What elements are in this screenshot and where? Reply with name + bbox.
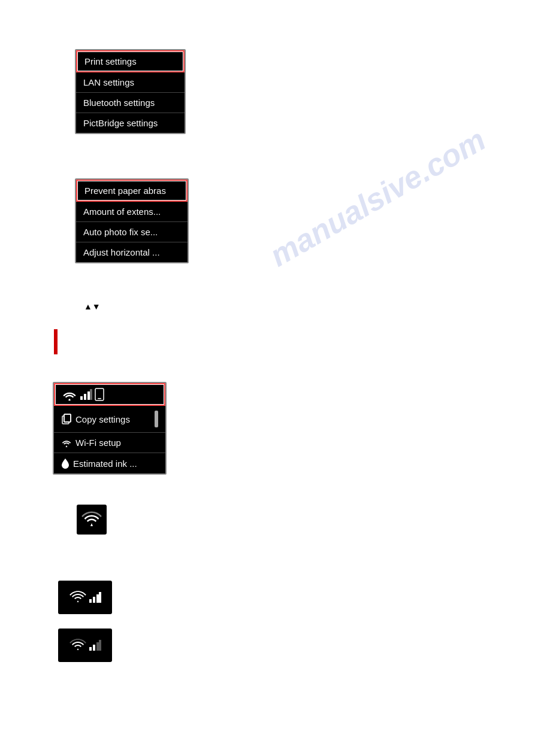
svg-rect-6 xyxy=(98,398,101,399)
signal-bars-icon xyxy=(80,389,92,400)
menu-item-lan-settings[interactable]: LAN settings xyxy=(76,72,185,93)
estimated-ink-label: Estimated ink ... xyxy=(73,459,137,469)
menu-item-copy-settings[interactable]: Copy settings xyxy=(54,406,165,433)
wifi-icon-standalone xyxy=(81,511,102,528)
wifi-icon-1 xyxy=(69,591,86,604)
menu-item-label: PictBridge settings xyxy=(83,118,158,128)
ink-drop-icon xyxy=(61,458,69,469)
svg-rect-8 xyxy=(64,414,71,422)
svg-rect-17 xyxy=(99,640,101,651)
menu-item-print-settings[interactable]: Print settings xyxy=(76,50,185,72)
menu-item-label: Adjust horizontal ... xyxy=(83,247,160,257)
wifi-icon xyxy=(61,388,78,401)
copy-settings-label: Copy settings xyxy=(75,414,130,424)
svg-point-0 xyxy=(69,399,71,401)
menu-item-pictbridge-settings[interactable]: PictBridge settings xyxy=(76,113,185,133)
svg-rect-1 xyxy=(80,396,83,400)
svg-rect-12 xyxy=(96,594,99,603)
copy-icon xyxy=(61,414,72,424)
menu-item-amount-extens[interactable]: Amount of extens... xyxy=(76,202,188,222)
menu-item-label: Auto photo fix se... xyxy=(83,227,158,237)
home-screen-menu: Copy settings Wi-Fi setup Estimated ink … xyxy=(53,382,167,475)
svg-rect-11 xyxy=(93,597,95,603)
menu-item-wifi-setup[interactable]: Wi-Fi setup xyxy=(54,433,165,453)
scroll-bar xyxy=(155,411,158,427)
wifi-icon-2 xyxy=(69,639,86,652)
menu-item-label: Bluetooth settings xyxy=(83,98,155,108)
signal-bars-2 xyxy=(89,640,101,651)
svg-rect-15 xyxy=(93,645,95,651)
signal-low-icon xyxy=(58,629,112,662)
menu-item-prevent-paper[interactable]: Prevent paper abras xyxy=(76,180,188,202)
signal-bars-1 xyxy=(89,592,101,603)
menu-item-label: Prevent paper abras xyxy=(84,186,166,196)
svg-rect-2 xyxy=(84,394,86,400)
menu-item-label: Amount of extens... xyxy=(83,207,161,217)
menu-item-label: Print settings xyxy=(84,56,137,66)
menu-item-adjust-horizontal[interactable]: Adjust horizontal ... xyxy=(76,242,188,262)
wifi-small-icon xyxy=(61,438,72,448)
svg-rect-16 xyxy=(96,642,99,651)
menu-item-bluetooth-settings[interactable]: Bluetooth settings xyxy=(76,93,185,113)
svg-rect-13 xyxy=(99,592,101,603)
section-marker xyxy=(54,329,58,354)
menu-item-label: LAN settings xyxy=(83,77,134,87)
print-settings-menu: Print settings LAN settings Bluetooth se… xyxy=(75,49,186,134)
device-icon xyxy=(95,388,104,401)
svg-rect-4 xyxy=(90,389,92,400)
signal-full-icon xyxy=(58,581,112,614)
svg-rect-3 xyxy=(87,391,90,400)
svg-rect-14 xyxy=(89,647,92,651)
svg-rect-10 xyxy=(89,599,92,603)
scroll-arrows: ▲▼ xyxy=(84,302,101,311)
wifi-setup-label: Wi-Fi setup xyxy=(75,438,121,448)
wifi-standalone-icon xyxy=(77,505,107,535)
status-icon-row xyxy=(54,383,165,406)
menu-item-auto-photo[interactable]: Auto photo fix se... xyxy=(76,222,188,242)
menu-item-estimated-ink[interactable]: Estimated ink ... xyxy=(54,453,165,473)
watermark: manualsive.com xyxy=(264,122,491,274)
prevent-paper-menu: Prevent paper abras Amount of extens... … xyxy=(75,178,189,263)
